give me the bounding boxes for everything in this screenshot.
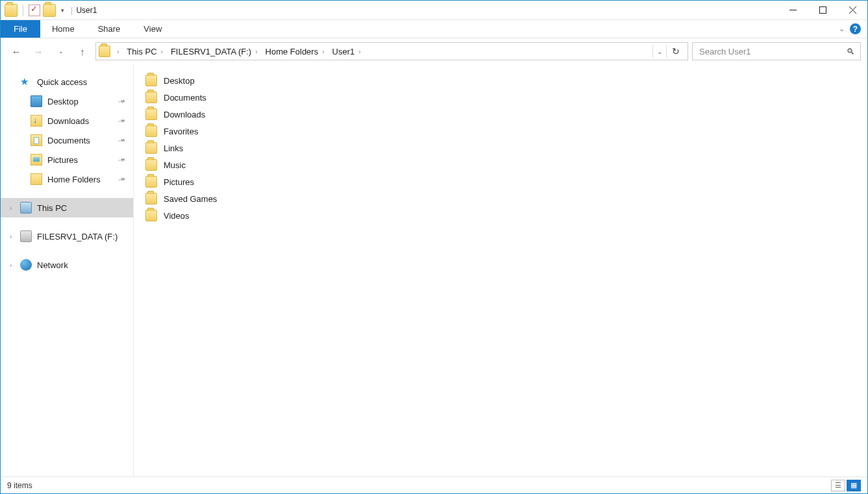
- list-item[interactable]: Favorites: [145, 123, 856, 140]
- ribbon-expand-icon[interactable]: ⌄: [839, 25, 845, 33]
- network-icon: [20, 259, 32, 271]
- large-icons-view-button[interactable]: ▦: [847, 480, 861, 491]
- breadcrumb-user1[interactable]: User1›: [331, 47, 366, 56]
- pin-icon: 📌︎: [116, 154, 127, 166]
- folder-icon: [145, 92, 157, 103]
- nav-label: Downloads: [47, 116, 89, 126]
- file-name: Pictures: [164, 177, 194, 187]
- file-tab[interactable]: File: [1, 20, 40, 38]
- back-button[interactable]: ←: [7, 42, 25, 60]
- nav-network[interactable]: › Network: [1, 255, 133, 275]
- folder-icon: [145, 193, 157, 204]
- pc-icon: [20, 202, 32, 214]
- file-name: Music: [164, 160, 186, 170]
- close-button[interactable]: [837, 1, 867, 20]
- folder-icon: [145, 142, 157, 154]
- up-button[interactable]: ↑: [73, 42, 92, 60]
- nav-home-folders[interactable]: Home Folders 📌︎: [1, 169, 133, 189]
- nav-label: Desktop: [47, 97, 79, 106]
- folder-icon: [145, 108, 157, 120]
- app-icon[interactable]: [5, 4, 18, 17]
- breadcrumb-root-sep[interactable]: ›: [112, 48, 124, 55]
- nav-label: FILESRV1_DATA (F:): [37, 232, 118, 241]
- view-buttons: ☰ ▦: [831, 480, 861, 491]
- file-name: Documents: [164, 93, 206, 103]
- breadcrumb-home-folders[interactable]: Home Folders›: [264, 47, 330, 56]
- pin-icon: 📌︎: [116, 134, 127, 146]
- pin-icon: 📌︎: [116, 173, 127, 185]
- window-title: User1: [71, 6, 97, 15]
- expand-icon[interactable]: ›: [10, 262, 12, 269]
- documents-icon: [31, 134, 42, 146]
- new-folder-icon[interactable]: [43, 4, 56, 17]
- list-item[interactable]: Videos: [145, 207, 856, 224]
- file-name: Links: [164, 143, 183, 153]
- nav-pictures[interactable]: Pictures 📌︎: [1, 150, 133, 169]
- nav-label: Network: [37, 260, 68, 270]
- star-icon: ★: [20, 76, 32, 88]
- address-history-dropdown[interactable]: ⌄: [652, 45, 666, 58]
- window-controls: [778, 1, 867, 20]
- svg-rect-1: [819, 7, 826, 14]
- list-item[interactable]: Downloads: [145, 106, 856, 123]
- body: ★ Quick access Desktop 📌︎ Downloads 📌︎ D…: [1, 64, 867, 476]
- navigation-pane[interactable]: ★ Quick access Desktop 📌︎ Downloads 📌︎ D…: [1, 64, 134, 476]
- folder-icon: [31, 173, 42, 185]
- search-icon[interactable]: 🔍︎: [847, 47, 855, 56]
- minimize-button[interactable]: [778, 1, 808, 20]
- list-item[interactable]: Documents: [145, 89, 856, 106]
- tab-home[interactable]: Home: [40, 20, 86, 38]
- file-name: Saved Games: [164, 194, 217, 204]
- nav-quick-access[interactable]: ★ Quick access: [1, 72, 133, 92]
- forward-button[interactable]: →: [29, 42, 47, 60]
- file-name: Desktop: [164, 76, 195, 86]
- expand-icon[interactable]: ›: [10, 204, 12, 212]
- pin-icon: 📌︎: [116, 115, 127, 127]
- item-count: 9 items: [7, 481, 32, 490]
- search-input[interactable]: [698, 46, 847, 57]
- separator: [23, 5, 23, 16]
- search-box[interactable]: 🔍︎: [692, 42, 861, 60]
- status-bar: 9 items ☰ ▦: [1, 476, 867, 493]
- pictures-icon: [31, 154, 42, 166]
- nav-drive[interactable]: › FILESRV1_DATA (F:): [1, 227, 133, 246]
- ribbon-tabs: File Home Share View ⌄ ?: [1, 20, 867, 38]
- file-name: Favorites: [164, 127, 198, 136]
- nav-label: Home Folders: [47, 175, 101, 184]
- nav-documents[interactable]: Documents 📌︎: [1, 130, 133, 150]
- explorer-window: ▾ User1 File Home Share View ⌄ ? ← → ⌄ ↑…: [0, 0, 868, 494]
- breadcrumb-this-pc[interactable]: This PC›: [125, 47, 168, 56]
- tab-share[interactable]: Share: [86, 20, 132, 38]
- nav-desktop[interactable]: Desktop 📌︎: [1, 92, 133, 111]
- list-item[interactable]: Music: [145, 156, 856, 173]
- expand-icon[interactable]: ›: [10, 233, 12, 240]
- quick-access-toolbar: ▾: [1, 4, 67, 17]
- list-item[interactable]: Saved Games: [145, 190, 856, 207]
- breadcrumb-drive[interactable]: FILESRV1_DATA (F:)›: [169, 47, 263, 56]
- list-item[interactable]: Pictures: [145, 173, 856, 190]
- address-bar[interactable]: › This PC› FILESRV1_DATA (F:)› Home Fold…: [95, 42, 688, 60]
- properties-icon[interactable]: [29, 5, 40, 16]
- nav-downloads[interactable]: Downloads 📌︎: [1, 111, 133, 130]
- downloads-icon: [31, 115, 42, 127]
- maximize-button[interactable]: [808, 1, 837, 20]
- file-name: Downloads: [164, 110, 205, 119]
- nav-label: This PC: [37, 203, 67, 213]
- content-pane[interactable]: Desktop Documents Downloads Favorites Li…: [134, 64, 867, 476]
- qat-dropdown-icon[interactable]: ▾: [58, 7, 67, 14]
- list-item[interactable]: Links: [145, 140, 856, 156]
- folder-icon: [145, 75, 157, 86]
- tab-view[interactable]: View: [132, 20, 173, 38]
- recent-locations-button[interactable]: ⌄: [51, 42, 69, 60]
- file-name: Videos: [164, 211, 190, 221]
- folder-icon: [145, 159, 157, 171]
- details-view-button[interactable]: ☰: [831, 480, 845, 491]
- nav-this-pc[interactable]: › This PC: [1, 198, 133, 217]
- address-folder-icon: [99, 45, 110, 57]
- list-item[interactable]: Desktop: [145, 72, 856, 89]
- refresh-button[interactable]: ↻: [666, 45, 685, 58]
- folder-icon: [145, 125, 157, 137]
- title-bar: ▾ User1: [1, 1, 867, 20]
- help-icon[interactable]: ?: [850, 23, 861, 34]
- folder-icon: [145, 176, 157, 188]
